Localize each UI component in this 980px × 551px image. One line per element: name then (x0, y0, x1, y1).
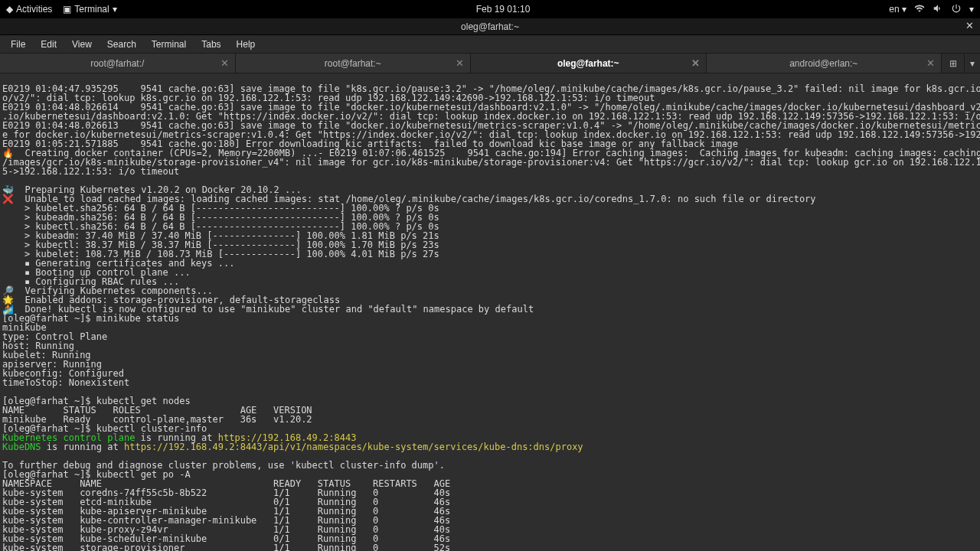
tab-label: oleg@farhat:~ (557, 59, 619, 68)
tab-label: root@farhat:~ (325, 59, 381, 68)
window-title: oleg@farhat:~ (461, 22, 519, 31)
tab-label: root@farhat:/ (90, 59, 144, 68)
app-menu-button[interactable]: ▣ Terminal ▾ (63, 5, 116, 14)
command: minikube status (96, 313, 179, 324)
menu-view[interactable]: View (66, 38, 98, 51)
window-titlebar: oleg@farhat:~ ✕ (0, 18, 980, 35)
menu-file[interactable]: File (5, 38, 31, 51)
menubar: File Edit View Search Terminal Tabs Help (0, 35, 980, 54)
new-tab-button[interactable]: ⊞ (942, 54, 965, 73)
term-line: https://192.168.49.2:8443/api/v1/namespa… (124, 442, 583, 452)
clock[interactable]: Feb 19 01:10 (117, 5, 890, 14)
tab-1[interactable]: root@farhat:~✕ (236, 54, 472, 73)
menu-edit[interactable]: Edit (34, 38, 63, 51)
menu-terminal[interactable]: Terminal (145, 38, 192, 51)
tabbar: root@farhat:/✕ root@farhat:~✕ oleg@farha… (0, 54, 980, 73)
power-icon[interactable] (951, 3, 962, 15)
gnome-logo-icon: ◆ (6, 5, 13, 14)
tab-close-icon[interactable]: ✕ (456, 58, 464, 68)
tab-3[interactable]: android@erlan:~✕ (707, 54, 942, 73)
gnome-topbar: ◆ Activities ▣ Terminal ▾ Feb 19 01:10 e… (0, 0, 980, 18)
tab-label: android@erlan:~ (789, 59, 858, 68)
terminal-output[interactable]: E0219 01:04:47.935295 9541 cache.go:63] … (0, 73, 980, 551)
menu-tabs[interactable]: Tabs (195, 38, 227, 51)
menu-help[interactable]: Help (230, 38, 262, 51)
tab-2[interactable]: oleg@farhat:~✕ (471, 54, 707, 73)
app-menu-label: Terminal (74, 5, 109, 14)
menu-search[interactable]: Search (101, 38, 142, 51)
term-line: 5->192.168.122.1:53: i/o timeout (2, 166, 179, 177)
activities-button[interactable]: ◆ Activities (6, 5, 52, 14)
tab-close-icon[interactable]: ✕ (691, 58, 700, 68)
network-icon[interactable] (914, 3, 925, 15)
close-icon[interactable]: ✕ (965, 21, 974, 31)
tab-close-icon[interactable]: ✕ (926, 58, 935, 68)
tab-close-icon[interactable]: ✕ (220, 58, 229, 68)
term-line: kube-system storage-provisioner 1/1 Runn… (2, 543, 450, 551)
term-line: KubeDNS (2, 442, 41, 452)
tab-0[interactable]: root@farhat:/✕ (0, 54, 236, 73)
volume-icon[interactable] (933, 3, 943, 15)
system-menu-chevron-icon[interactable]: ▾ (969, 5, 974, 14)
lang-indicator[interactable]: en ▾ (889, 5, 906, 14)
term-line: timeToStop: Nonexistent (2, 377, 129, 388)
terminal-app-icon: ▣ (63, 5, 71, 14)
activities-label: Activities (16, 5, 52, 14)
term-line: is running at (41, 442, 124, 452)
tab-menu-chevron-icon[interactable]: ▾ (965, 54, 980, 73)
